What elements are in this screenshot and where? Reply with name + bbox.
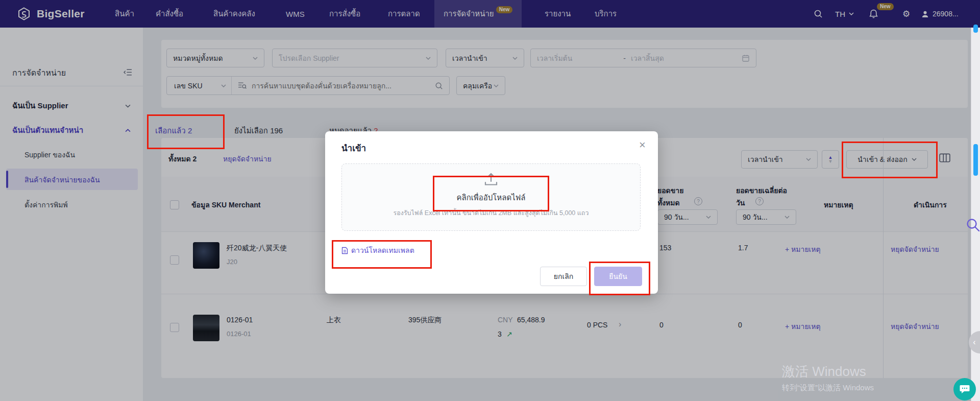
import-modal: นำเข้า × คลิกเพื่ออัปโหลดไฟล์ รองรับไฟล์… [325,131,658,294]
windows-activation-watermark-line1: 激活 Windows [782,363,866,381]
document-icon [341,247,348,254]
cancel-button[interactable]: ยกเลิก [540,267,587,286]
floating-magnifier-icon[interactable] [966,218,980,235]
scrollbar-thumb[interactable] [973,25,978,33]
app-root: BigSeller สินค้า คำสั่งซื้อ สินค้าคงคลัง… [0,0,980,401]
modal-title: นำเข้า [341,141,366,155]
upload-icon [483,172,499,186]
close-icon[interactable]: × [639,138,646,152]
upload-text: คลิกเพื่ออัปโหลดไฟล์ [342,192,640,204]
chat-widget-icon[interactable] [953,378,976,400]
confirm-button[interactable]: ยืนยัน [594,267,642,286]
download-template-link[interactable]: ดาวน์โหลดเทมเพลต [341,245,414,256]
upload-hint: รองรับไฟล์ Excel เท่านั้น ขนาดไม่เกิน 2M… [342,208,640,218]
scrollbar-thumb[interactable] [973,144,978,176]
windows-activation-watermark-line2: 转到“设置”以激活 Windows [782,383,874,393]
upload-dropzone[interactable]: คลิกเพื่ออัปโหลดไฟล์ รองรับไฟล์ Excel เท… [341,163,641,231]
